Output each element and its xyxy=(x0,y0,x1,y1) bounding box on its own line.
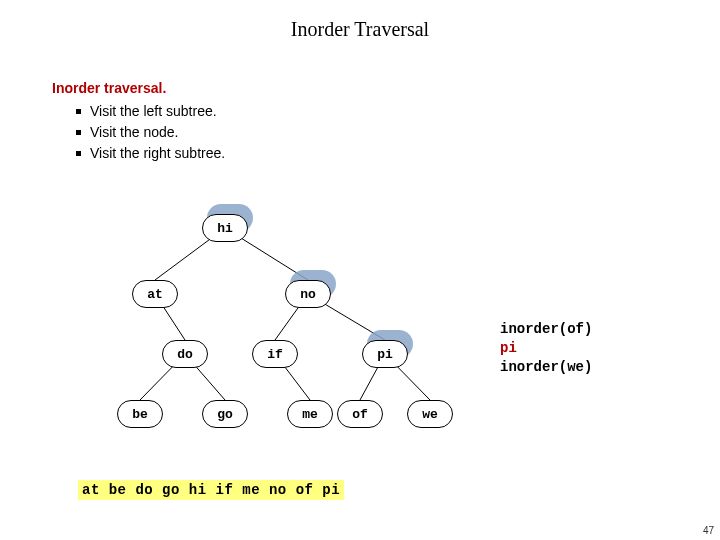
tree-node-we: we xyxy=(407,400,453,428)
tree-node-do: do xyxy=(162,340,208,368)
page-number: 47 xyxy=(703,525,714,536)
tree-node-me: me xyxy=(287,400,333,428)
tree-node-if: if xyxy=(252,340,298,368)
tree-node-at: at xyxy=(132,280,178,308)
code-line: inorder(of) xyxy=(500,320,592,339)
call-stack: inorder(of) pi inorder(we) xyxy=(500,320,592,377)
tree-edges xyxy=(0,0,720,540)
tree-node-pi: pi xyxy=(362,340,408,368)
tree-node-hi: hi xyxy=(202,214,248,242)
output-sequence: at be do go hi if me no of pi xyxy=(78,480,344,500)
tree-node-no: no xyxy=(285,280,331,308)
tree-node-go: go xyxy=(202,400,248,428)
tree-node-be: be xyxy=(117,400,163,428)
code-line: inorder(we) xyxy=(500,358,592,377)
tree-node-of: of xyxy=(337,400,383,428)
code-line-current: pi xyxy=(500,339,592,358)
